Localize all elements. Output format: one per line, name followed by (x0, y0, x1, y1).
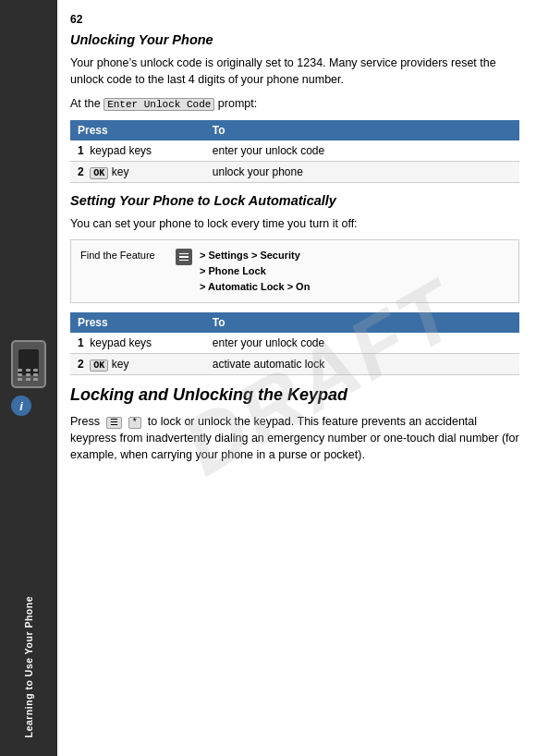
section1-body1: Your phone’s unlock code is originally s… (70, 55, 519, 88)
phone-keypad-icon (18, 369, 40, 381)
phone-key (33, 378, 38, 381)
phone-device-icon (11, 340, 46, 388)
table-row: 2 OK key unlock your phone (70, 162, 519, 183)
menu-icon-line (179, 253, 189, 255)
table-row: 1 keypad keys enter your unlock code (70, 140, 519, 162)
phone-key (33, 373, 38, 376)
section2-body: You can set your phone to lock every tim… (70, 215, 519, 232)
section2-heading: Setting Your Phone to Lock Automatically (70, 192, 519, 210)
path-line3: > Automatic Lock > On (200, 279, 310, 295)
menu-icon-lines (179, 253, 189, 262)
menu-key-inline: ☰ (106, 417, 122, 429)
find-feature-box: Find the Feature > Settings > Security >… (70, 239, 519, 303)
section1-heading: Unlocking Your Phone (70, 31, 519, 49)
table1-press-header: Press (70, 120, 205, 140)
section1-body2: At the Enter Unlock Code prompt: (70, 95, 519, 113)
row1-press-text: keypad keys (90, 144, 152, 157)
table2-to-header: To (205, 312, 519, 333)
row1-press: 1 keypad keys (70, 140, 205, 162)
table-row: 2 OK key activate automatic lock (70, 354, 519, 375)
row1-press: 1 keypad keys (70, 333, 205, 354)
page-container: i Learning to Use Your Phone DRAFT 62 Un… (0, 0, 536, 756)
phone-key (33, 369, 38, 372)
at-the-text: At the (70, 97, 101, 110)
press-text: Press (70, 415, 100, 428)
phone-key (26, 373, 30, 376)
page-number: 62 (70, 13, 519, 26)
main-content: DRAFT 62 Unlocking Your Phone Your phone… (57, 0, 536, 756)
find-feature-path: > Settings > Security > Phone Lock > Aut… (200, 248, 310, 295)
menu-icon-line (179, 260, 189, 262)
phone-icon-area: i (11, 340, 46, 416)
phone-key (26, 378, 30, 381)
phone-key (18, 369, 22, 372)
row2-to: unlock your phone (205, 162, 519, 183)
info-icon: i (11, 396, 31, 416)
section3-heading: Locking and Unlocking the Keypad (70, 384, 519, 406)
table1-to-header: To (205, 120, 519, 140)
phone-key (26, 369, 30, 372)
row1-press-text: keypad keys (90, 336, 152, 349)
path-line2: > Phone Lock (200, 263, 310, 279)
row2-press: 2 OK key (70, 162, 205, 183)
section3-body: Press ☰ * to lock or unlock the keypad. … (70, 413, 519, 464)
row1-to: enter your unlock code (205, 333, 519, 354)
row2-press-suffix: key (108, 358, 128, 371)
ok-key-badge: OK (90, 167, 108, 179)
phone-key (18, 373, 22, 376)
phone-key (18, 378, 22, 381)
enter-unlock-code-label: Enter Unlock Code (104, 98, 214, 111)
menu-icon (176, 249, 192, 265)
row2-press-suffix: key (108, 165, 128, 178)
table1: Press To 1 keypad keys enter your unlock… (70, 120, 519, 183)
star-key-inline: * (128, 417, 141, 429)
row1-to: enter your unlock code (205, 140, 519, 162)
table2-press-header: Press (70, 312, 205, 333)
ok-key-badge: OK (90, 360, 108, 372)
sidebar-label: Learning to Use Your Phone (23, 596, 34, 738)
path-line1: > Settings > Security (200, 248, 310, 263)
find-feature-label: Find the Feature (80, 248, 168, 261)
sidebar: i Learning to Use Your Phone (0, 0, 57, 756)
table-row: 1 keypad keys enter your unlock code (70, 333, 519, 354)
prompt-text: prompt: (218, 97, 257, 110)
row2-to: activate automatic lock (205, 354, 519, 375)
menu-icon-line (179, 256, 189, 258)
find-feature-row: Find the Feature > Settings > Security >… (80, 248, 509, 295)
table2: Press To 1 keypad keys enter your unlock… (70, 312, 519, 375)
row2-press: 2 OK key (70, 354, 205, 375)
